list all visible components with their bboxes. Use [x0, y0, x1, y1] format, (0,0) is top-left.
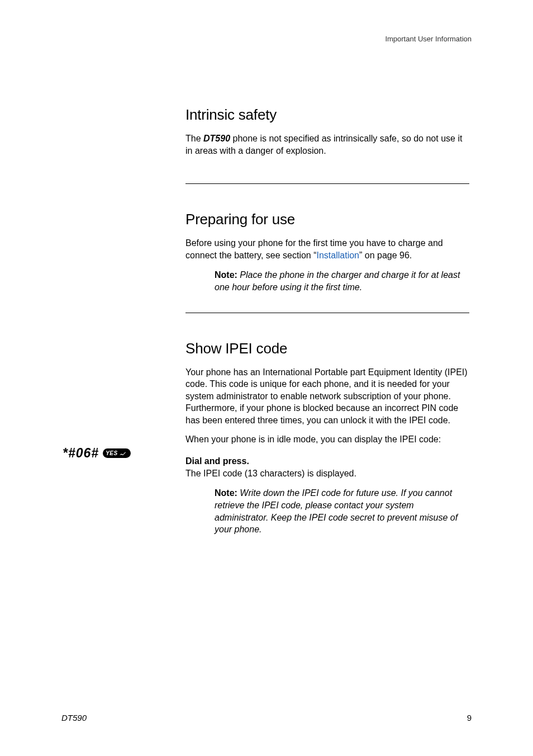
note-text: Write down the IPEI code for future use.…	[215, 488, 458, 534]
note-label: Note:	[215, 270, 237, 280]
header-section-name: Important User Information	[385, 35, 472, 43]
heading-ipei: Show IPEI code	[185, 340, 469, 357]
heading-intrinsic-safety: Intrinsic safety	[185, 106, 469, 124]
ipei-note-paragraph: Note: Write down the IPEI code for futur…	[215, 487, 469, 535]
left-margin-dial-code: *#06# YES	[63, 446, 174, 461]
ipei-paragraph-2: When your phone is in idle mode, you can…	[185, 433, 469, 446]
page-header: Important User Information	[385, 35, 472, 43]
dial-and-press-label: Dial and press.	[185, 456, 249, 466]
section-divider	[185, 313, 469, 313]
heading-preparing: Preparing for use	[185, 211, 469, 228]
section-divider	[185, 183, 469, 184]
intrinsic-safety-paragraph: The DT590 phone is not specified as intr…	[185, 133, 469, 157]
preparing-note-paragraph: Note: Place the phone in the charger and…	[215, 269, 469, 293]
installation-link[interactable]: Installation	[317, 251, 360, 260]
section-preparing-for-use: Preparing for use Before using your phon…	[185, 211, 469, 293]
main-content: Intrinsic safety The DT590 phone is not …	[185, 106, 469, 536]
yes-button-icon: YES	[103, 448, 131, 458]
product-name-inline: DT590	[203, 134, 230, 143]
ipei-instruction: Dial and press. The IPEI code (13 charac…	[185, 455, 469, 479]
footer-product-name: DT590	[61, 713, 87, 722]
preparing-paragraph: Before using your phone for the first ti…	[185, 237, 469, 261]
ipei-note-block: Note: Write down the IPEI code for futur…	[215, 487, 469, 535]
footer-page-number: 9	[467, 713, 472, 722]
preparing-note-block: Note: Place the phone in the charger and…	[215, 269, 469, 293]
intrinsic-text-before: The	[185, 134, 203, 143]
page-footer: DT590 9	[61, 713, 472, 722]
section-show-ipei-code: Show IPEI code Your phone has an Interna…	[185, 340, 469, 536]
note-label: Note:	[215, 488, 237, 498]
preparing-text-after: ” on page 96.	[359, 251, 412, 260]
note-text: Place the phone in the charger and charg…	[215, 270, 460, 292]
section-intrinsic-safety: Intrinsic safety The DT590 phone is not …	[185, 106, 469, 157]
ipei-paragraph-1: Your phone has an International Portable…	[185, 366, 469, 427]
dial-code-text: *#06#	[63, 446, 99, 461]
dial-code-display: *#06# YES	[63, 446, 131, 461]
ipei-display-text: The IPEI code (13 characters) is display…	[185, 469, 356, 478]
